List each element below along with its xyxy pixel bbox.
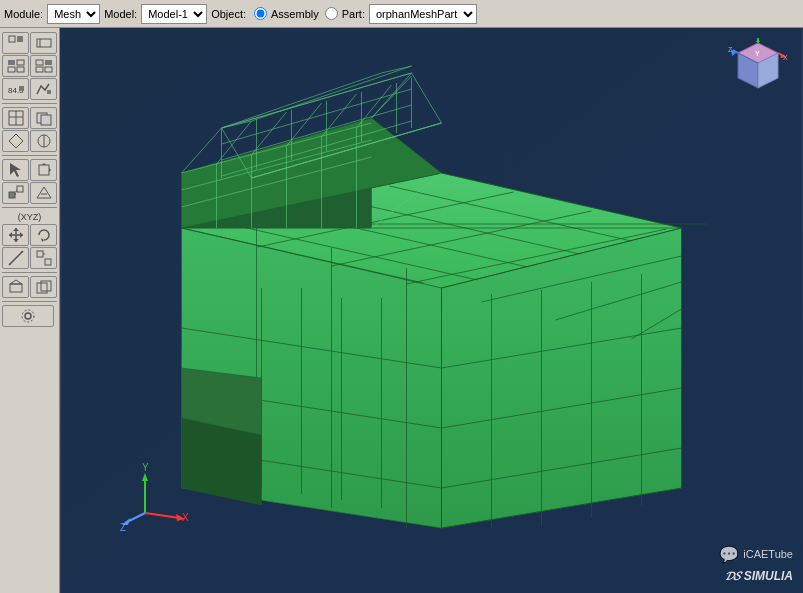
orientation-cube[interactable]: Y X Z: [728, 38, 788, 98]
part-radio-label: Part:: [342, 8, 365, 20]
module-select[interactable]: Mesh: [47, 4, 100, 24]
watermark-brand: 𝓓𝓢 SIMULIA: [719, 568, 793, 585]
main-area: 84.5: [0, 28, 803, 593]
svg-rect-14: [47, 90, 51, 94]
svg-rect-43: [45, 259, 51, 265]
svg-marker-38: [41, 238, 44, 242]
viewport[interactable]: Y X Z: [60, 28, 803, 593]
tool-btn-1[interactable]: [2, 32, 29, 54]
tool-btn-13[interactable]: [30, 247, 57, 269]
svg-rect-8: [36, 60, 43, 65]
svg-rect-19: [41, 115, 51, 125]
svg-marker-34: [13, 239, 19, 242]
svg-marker-36: [9, 232, 12, 238]
tool-btn-cursor[interactable]: [2, 159, 29, 181]
svg-rect-13: [19, 86, 24, 91]
svg-rect-4: [8, 60, 15, 65]
svg-marker-125: [142, 473, 148, 481]
tool-btn-5[interactable]: 84.5: [2, 78, 29, 100]
svg-marker-33: [13, 228, 19, 231]
svg-rect-6: [8, 67, 15, 72]
svg-point-49: [25, 313, 31, 319]
model-select[interactable]: Model-1: [141, 4, 207, 24]
svg-rect-0: [9, 36, 15, 42]
module-label: Module:: [4, 8, 43, 20]
tool-btn-9[interactable]: [2, 130, 29, 152]
svg-marker-30: [37, 187, 51, 198]
watermark: 💬 iCAETube 𝓓𝓢 SIMULIA: [719, 544, 793, 585]
tool-btn-14[interactable]: [2, 276, 29, 298]
divider-2: [2, 155, 57, 156]
svg-line-39: [9, 251, 23, 265]
top-toolbar: Module: Mesh Model: Model-1 Object: Asse…: [0, 0, 803, 28]
divider-4: [2, 272, 57, 273]
part-select[interactable]: orphanMeshPart: [369, 4, 477, 24]
divider-5: [2, 301, 57, 302]
assembly-radio[interactable]: [254, 7, 267, 20]
svg-marker-23: [10, 163, 21, 177]
object-label: Object:: [211, 8, 246, 20]
tool-btn-12[interactable]: [30, 182, 57, 204]
svg-rect-7: [17, 67, 24, 72]
svg-rect-24: [39, 165, 49, 175]
svg-marker-25: [42, 163, 46, 165]
tool-btn-move[interactable]: [30, 159, 57, 181]
svg-text:X: X: [783, 54, 788, 61]
assembly-radio-label: Assembly: [271, 8, 319, 20]
svg-rect-5: [17, 60, 24, 65]
tool-btn-6[interactable]: [30, 78, 57, 100]
svg-marker-26: [49, 168, 51, 172]
divider-1: [2, 103, 57, 104]
svg-rect-11: [45, 67, 52, 72]
tool-btn-rotate[interactable]: [30, 224, 57, 246]
tool-btn-scale[interactable]: [2, 247, 29, 269]
svg-rect-1: [17, 36, 23, 42]
left-sidebar: 84.5: [0, 28, 60, 593]
svg-marker-46: [10, 280, 22, 284]
svg-point-50: [22, 310, 34, 322]
tool-btn-translate[interactable]: [2, 224, 29, 246]
svg-text:Y: Y: [755, 50, 760, 57]
tool-btn-3[interactable]: [2, 55, 29, 77]
tool-btn-10[interactable]: [30, 130, 57, 152]
svg-text:Z: Z: [120, 522, 126, 533]
svg-text:Y: Y: [142, 463, 149, 473]
svg-rect-10: [36, 67, 43, 72]
svg-marker-20: [9, 134, 23, 148]
svg-rect-28: [17, 186, 23, 192]
model-label: Model:: [104, 8, 137, 20]
svg-text:X: X: [182, 512, 189, 523]
svg-rect-45: [10, 284, 22, 292]
svg-line-127: [145, 513, 180, 518]
part-radio[interactable]: [325, 7, 338, 20]
svg-rect-9: [45, 60, 52, 65]
object-radio-group: Assembly Part:: [250, 7, 365, 20]
xyz-label: (XYZ): [2, 211, 57, 223]
svg-marker-37: [20, 232, 23, 238]
svg-marker-137: [756, 38, 760, 42]
tool-btn-11[interactable]: [2, 182, 29, 204]
tool-btn-4[interactable]: [30, 55, 57, 77]
axis-indicator: Y X Z: [120, 463, 190, 533]
svg-text:Z: Z: [728, 46, 733, 53]
tool-btn-2[interactable]: [30, 32, 57, 54]
svg-rect-42: [37, 251, 43, 257]
tool-btn-7[interactable]: [2, 107, 29, 129]
svg-rect-2: [37, 39, 51, 47]
svg-rect-27: [9, 192, 15, 198]
tool-btn-settings[interactable]: [2, 305, 54, 327]
tool-btn-15[interactable]: [30, 276, 57, 298]
tool-btn-8[interactable]: [30, 107, 57, 129]
divider-3: [2, 207, 57, 208]
watermark-channel: iCAETube: [743, 547, 793, 562]
